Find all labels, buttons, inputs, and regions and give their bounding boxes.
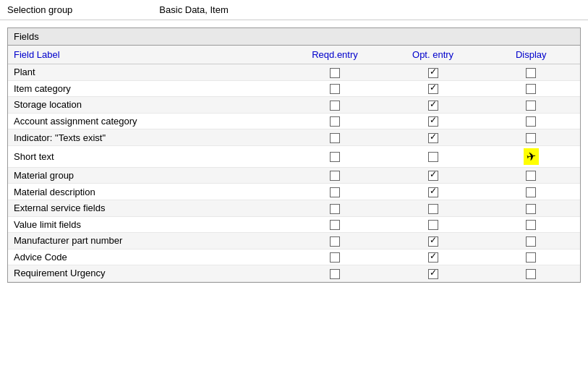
opt-entry-checkbox[interactable] <box>428 116 438 127</box>
field-label-cell: Item category <box>8 80 286 97</box>
plane-icon: ✈ <box>525 149 537 164</box>
reqd-entry-cell[interactable] <box>286 64 384 81</box>
opt-entry-cell[interactable] <box>384 64 482 81</box>
opt-entry-checkbox[interactable] <box>428 269 438 279</box>
opt-entry-checkbox[interactable] <box>428 236 438 247</box>
display-cell[interactable] <box>482 249 580 265</box>
opt-entry-cell[interactable] <box>384 184 482 200</box>
reqd-entry-checkbox[interactable] <box>330 204 340 214</box>
opt-entry-cell[interactable] <box>384 216 482 233</box>
opt-entry-cell[interactable] <box>384 233 482 250</box>
reqd-entry-checkbox[interactable] <box>330 116 340 127</box>
field-label-cell: Manufacturer part number <box>8 233 286 250</box>
reqd-entry-checkbox[interactable] <box>330 152 340 162</box>
reqd-entry-checkbox[interactable] <box>330 133 340 143</box>
field-label-cell: Short text <box>8 145 286 167</box>
opt-entry-checkbox[interactable] <box>428 101 438 111</box>
display-checkbox[interactable] <box>526 269 536 279</box>
display-cell[interactable] <box>482 167 580 184</box>
display-checkbox[interactable] <box>526 187 536 197</box>
opt-entry-checkbox[interactable] <box>428 204 438 214</box>
reqd-entry-cell[interactable] <box>286 200 384 216</box>
reqd-entry-checkbox[interactable] <box>330 84 340 94</box>
fields-section: Fields Field Label Reqd.entry Opt. entry… <box>7 27 581 283</box>
opt-entry-cell[interactable] <box>384 129 482 146</box>
opt-entry-cell[interactable] <box>384 265 482 282</box>
reqd-entry-checkbox[interactable] <box>330 101 340 111</box>
reqd-entry-checkbox[interactable] <box>330 252 340 263</box>
display-checkbox[interactable] <box>526 84 536 94</box>
opt-entry-checkbox[interactable] <box>428 220 438 230</box>
display-checkbox[interactable] <box>526 220 536 230</box>
table-row: External service fields <box>8 200 580 216</box>
display-checkbox[interactable] <box>526 171 536 181</box>
reqd-entry-cell[interactable] <box>286 249 384 265</box>
display-cell[interactable] <box>482 64 580 81</box>
reqd-entry-cell[interactable] <box>286 129 384 146</box>
display-checkbox[interactable] <box>526 252 536 263</box>
opt-entry-checkbox[interactable] <box>428 68 438 78</box>
fields-table: Field Label Reqd.entry Opt. entry Displa… <box>8 46 580 282</box>
reqd-entry-cell[interactable] <box>286 113 384 129</box>
field-label-cell: Indicator: "Texts exist" <box>8 129 286 146</box>
opt-entry-checkbox[interactable] <box>428 152 438 162</box>
table-row: Material group <box>8 167 580 184</box>
reqd-entry-cell[interactable] <box>286 216 384 233</box>
opt-entry-cell[interactable] <box>384 113 482 129</box>
opt-entry-checkbox[interactable] <box>428 84 438 94</box>
display-checkbox[interactable] <box>526 133 536 143</box>
top-bar: Selection group Basic Data, Item <box>0 0 588 20</box>
display-cell[interactable] <box>482 129 580 146</box>
opt-entry-cell[interactable] <box>384 200 482 216</box>
field-label-cell: Value limit fields <box>8 216 286 233</box>
table-row: Advice Code <box>8 249 580 265</box>
display-checkbox[interactable] <box>526 204 536 214</box>
display-cell[interactable] <box>482 80 580 97</box>
col-header-display: Display <box>482 46 580 64</box>
display-checkbox[interactable] <box>526 101 536 111</box>
display-cell[interactable] <box>482 200 580 216</box>
reqd-entry-cell[interactable] <box>286 233 384 250</box>
reqd-entry-checkbox[interactable] <box>330 187 340 197</box>
opt-entry-cell[interactable] <box>384 97 482 114</box>
field-label-cell: Requirement Urgency <box>8 265 286 282</box>
reqd-entry-cell[interactable] <box>286 265 384 282</box>
reqd-entry-checkbox[interactable] <box>330 171 340 181</box>
table-row: Short text✈ <box>8 145 580 167</box>
reqd-entry-cell[interactable] <box>286 80 384 97</box>
basic-data-label: Basic Data, Item <box>159 4 228 15</box>
table-row: Storage location <box>8 97 580 114</box>
reqd-entry-cell[interactable] <box>286 145 384 167</box>
opt-entry-cell[interactable] <box>384 249 482 265</box>
opt-entry-cell[interactable] <box>384 80 482 97</box>
reqd-entry-checkbox[interactable] <box>330 269 340 279</box>
display-cell[interactable] <box>482 216 580 233</box>
display-cell[interactable] <box>482 97 580 114</box>
opt-entry-checkbox[interactable] <box>428 252 438 263</box>
reqd-entry-checkbox[interactable] <box>330 68 340 78</box>
opt-entry-cell[interactable] <box>384 167 482 184</box>
field-label-cell: Material description <box>8 184 286 200</box>
display-highlighted[interactable]: ✈ <box>524 148 539 165</box>
reqd-entry-checkbox[interactable] <box>330 236 340 247</box>
display-cell[interactable]: ✈ <box>482 145 580 167</box>
opt-entry-checkbox[interactable] <box>428 187 438 197</box>
opt-entry-checkbox[interactable] <box>428 133 438 143</box>
table-row: Account assignment category <box>8 113 580 129</box>
display-cell[interactable] <box>482 233 580 250</box>
opt-entry-checkbox[interactable] <box>428 171 438 181</box>
reqd-entry-cell[interactable] <box>286 184 384 200</box>
table-row: Requirement Urgency <box>8 265 580 282</box>
display-checkbox[interactable] <box>526 68 536 78</box>
reqd-entry-cell[interactable] <box>286 167 384 184</box>
display-checkbox[interactable] <box>526 116 536 127</box>
table-row: Plant <box>8 64 580 81</box>
reqd-entry-cell[interactable] <box>286 97 384 114</box>
opt-entry-cell[interactable] <box>384 145 482 167</box>
reqd-entry-checkbox[interactable] <box>330 220 340 230</box>
display-cell[interactable] <box>482 184 580 200</box>
display-checkbox[interactable] <box>526 236 536 247</box>
table-header-row: Field Label Reqd.entry Opt. entry Displa… <box>8 46 580 64</box>
display-cell[interactable] <box>482 113 580 129</box>
display-cell[interactable] <box>482 265 580 282</box>
